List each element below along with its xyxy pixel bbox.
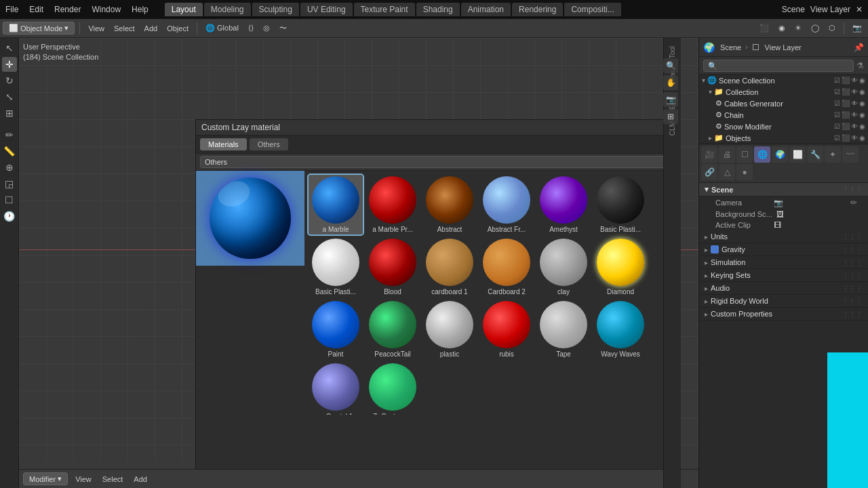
tab-materials[interactable]: Materials	[200, 138, 247, 150]
prop-icon-modifier[interactable]: 🔧	[807, 146, 823, 163]
tree-scene-collection[interactable]: ▾ 🌐 Scene Collection ☑ ⬛ 👁 ◉	[699, 75, 868, 86]
tool-measure[interactable]: 📏	[2, 144, 17, 159]
prop-rigid-header[interactable]: ▸ Rigid Body World ⋮⋮⋮	[699, 295, 868, 308]
menu-help[interactable]: Help	[132, 5, 149, 14]
proportional-falloff-button[interactable]: 〜	[276, 22, 290, 35]
bottom-add-btn[interactable]: Add	[130, 474, 151, 485]
viewport-shading-rendered[interactable]: ☀	[791, 22, 805, 34]
mat-item-z-custom[interactable]: Z- Custom ...	[366, 362, 420, 415]
prop-icon-particles[interactable]: ✦	[825, 146, 841, 163]
viewport-xray[interactable]: ⬡	[825, 22, 839, 34]
viewer-quad[interactable]: ⊞	[663, 109, 678, 124]
tab-rendering[interactable]: Rendering	[512, 3, 563, 16]
tree-exclude-icon[interactable]: ◉	[859, 77, 865, 84]
tree-chain[interactable]: ⚙ Chain ☑ ⬛ 👁 ◉	[699, 109, 868, 121]
view-layer-name[interactable]: View Layer	[810, 5, 850, 14]
tree-render-icon[interactable]: ⬛	[842, 77, 850, 84]
select-button[interactable]: Select	[111, 23, 138, 34]
mat-item-peacocktail[interactable]: PeacockTail	[366, 300, 420, 359]
tab-sculpting[interactable]: Sculpting	[252, 3, 299, 16]
object-mode-dropdown[interactable]: ⬜ Object Mode ▾	[3, 22, 75, 35]
tree-col-render-icon[interactable]: ⬛	[842, 88, 850, 96]
mat-item-cardboard2[interactable]: Cardboard 2	[479, 237, 534, 297]
tree-snow-exclude-icon[interactable]: ◉	[859, 123, 865, 130]
tool-object-origin[interactable]: ⊕	[2, 160, 17, 175]
viewport-overlay[interactable]: ◯	[808, 22, 823, 34]
tree-cables-generator[interactable]: ⚙ Cables Generator ☑ ⬛ 👁 ◉	[699, 98, 868, 109]
tree-snow-modifier[interactable]: ⚙ Snow Modifier ☑ ⬛ 👁 ◉	[699, 121, 868, 132]
menu-render[interactable]: Render	[54, 5, 81, 14]
tree-snow-hide-icon[interactable]: 👁	[851, 123, 858, 130]
prop-icon-object[interactable]: ⬜	[789, 146, 806, 163]
tree-chain-render-icon[interactable]: ⬛	[842, 111, 850, 119]
tree-chain-hide-icon[interactable]: 👁	[851, 111, 858, 119]
outliner-filter-icon[interactable]: ⚗	[856, 61, 864, 70]
tree-objects[interactable]: ▸ 📁 Objects ☑ ⬛ 👁 ◉	[699, 132, 868, 144]
pin-icon[interactable]: 📌	[854, 43, 864, 52]
right-panel-view-layer[interactable]: View Layer	[765, 43, 802, 52]
tab-layout[interactable]: Layout	[165, 3, 203, 16]
transform-button[interactable]: 🌐 Global	[202, 22, 242, 34]
tree-cables-vis-icon[interactable]: ☑	[834, 100, 840, 107]
mat-item-y-crystal[interactable]: y- Crystal 1	[309, 362, 363, 415]
viewport-shading-solid[interactable]: ⬛	[756, 22, 772, 34]
viewer-hand[interactable]: ✋	[663, 75, 678, 90]
tool-cursor[interactable]: ↖	[2, 41, 17, 56]
proportional-button[interactable]: ◎	[260, 22, 273, 34]
modifier-dropdown[interactable]: Modifier ▾	[23, 472, 68, 485]
mat-item-basic-plastic-w[interactable]: Basic Plasti...	[309, 237, 363, 297]
tab-others[interactable]: Others	[250, 138, 288, 150]
bottom-view-btn[interactable]: View	[72, 474, 95, 485]
mat-item-plastic[interactable]: plastic	[422, 300, 477, 359]
prop-gravity-header[interactable]: ▸ Gravity ⋮⋮⋮	[699, 243, 868, 256]
material-dropdown[interactable]: Others Materials	[200, 156, 673, 168]
tool-rotate[interactable]: ↻	[2, 73, 17, 88]
tab-texture-paint[interactable]: Texture Paint	[354, 3, 415, 16]
prop-icon-output[interactable]: 🖨	[719, 146, 735, 163]
gravity-checkbox[interactable]	[711, 245, 719, 253]
bottom-select-btn[interactable]: Select	[99, 474, 127, 485]
add-button[interactable]: Add	[141, 23, 161, 34]
prop-camera-action[interactable]: ✏	[850, 198, 857, 207]
prop-icon-scene[interactable]: 🌐	[754, 146, 770, 163]
tree-visibility-icon[interactable]: ☑	[834, 77, 840, 84]
tree-obj-hide-icon[interactable]: 👁	[851, 134, 858, 142]
prop-icon-view-layer[interactable]: ☐	[736, 146, 753, 163]
tree-cables-exclude-icon[interactable]: ◉	[859, 100, 865, 107]
tool-history[interactable]: 🕐	[2, 209, 17, 224]
view-button[interactable]: View	[85, 23, 108, 34]
mat-item-wavy-waves[interactable]: Wavy Waves	[593, 300, 648, 359]
tool-move[interactable]: ✛	[2, 57, 17, 72]
tree-collection[interactable]: ▾ 📁 Collection ☑ ⬛ 👁 ◉	[699, 86, 868, 98]
mat-item-tape[interactable]: Tape	[536, 300, 591, 359]
tree-col-vis-icon[interactable]: ☑	[834, 88, 840, 96]
mat-item-clay[interactable]: clay	[536, 237, 591, 297]
tab-shading[interactable]: Shading	[416, 3, 460, 16]
prop-icon-physics[interactable]: 〰	[842, 146, 859, 163]
prop-units-header[interactable]: ▸ Units ⋮⋮⋮	[699, 230, 868, 243]
right-panel-scene[interactable]: Scene	[720, 43, 741, 52]
tree-col-exclude-icon[interactable]: ◉	[859, 88, 865, 96]
tab-uv-editing[interactable]: UV Editing	[300, 3, 353, 16]
tree-snow-render-icon[interactable]: ⬛	[842, 123, 850, 130]
mat-item-paint[interactable]: Paint	[309, 300, 363, 359]
mat-item-a-marble[interactable]: a Marble	[309, 175, 363, 235]
mat-item-blood[interactable]: Blood	[366, 237, 420, 297]
camera-button[interactable]: 📷	[849, 22, 865, 34]
mat-item-cardboard1[interactable]: cardboard 1	[422, 237, 477, 297]
close-icon[interactable]: ✕	[856, 5, 863, 14]
tool-scale[interactable]: ⤡	[2, 89, 17, 104]
tree-col-hide-icon[interactable]: 👁	[851, 88, 858, 96]
tab-modeling[interactable]: Modeling	[204, 3, 251, 16]
viewport-shading-material[interactable]: ◉	[775, 22, 789, 34]
prop-keying-header[interactable]: ▸ Keying Sets ⋮⋮⋮	[699, 269, 868, 282]
tool-transform[interactable]: ⊞	[2, 106, 17, 121]
menu-file[interactable]: File	[5, 5, 18, 14]
viewer-camera[interactable]: 📷	[663, 92, 678, 107]
mat-item-diamond[interactable]: Diamond	[593, 237, 648, 297]
prop-icon-render[interactable]: 🎥	[701, 146, 717, 163]
prop-icon-constraints[interactable]: 🔗	[701, 164, 717, 180]
tool-add-box[interactable]: ☐	[2, 192, 17, 207]
scene-title[interactable]: ▾ Scene ⋮⋮⋮	[699, 183, 868, 197]
prop-custom-header[interactable]: ▸ Custom Properties ⋮⋮⋮	[699, 308, 868, 321]
